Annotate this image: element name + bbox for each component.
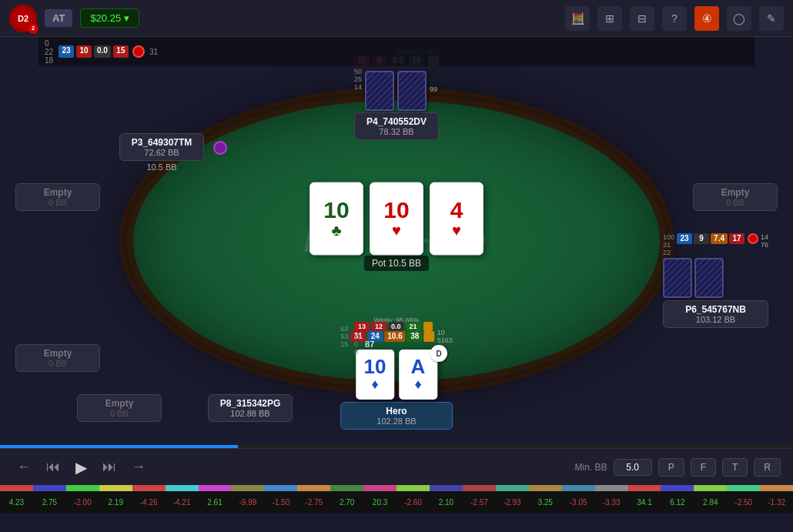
table-area: 0 22 18 23 10 0.0 15 31 DRIVEHUD 10 ♣ [0,37,793,445]
chip-strip-segment [132,485,166,491]
top-hud-cells: 23 10 0.0 15 [59,45,145,58]
hud-cell-10: 10 [76,45,92,58]
p4-card-1 [365,71,394,111]
chip-strip [0,485,793,491]
p4-nums-left: 502514 [354,68,362,111]
p4-player-box: P4_740552DV 78.32 BB [354,112,439,140]
chip-strip-segment [0,485,33,491]
street-t-button[interactable]: T [722,458,748,477]
p4-card-2 [397,71,427,111]
play-button[interactable]: ▶ [71,455,92,480]
prev-start-button[interactable]: ⏮ [42,456,65,478]
p6-bet-row: 13 12 0.0 21 [354,322,433,331]
bottom-number-cell: -3.05 [562,497,595,508]
p6-cards-box [663,258,768,298]
street-p-button[interactable]: P [658,458,684,477]
chip-strip-segment [297,485,330,491]
p6-stack: 103.12 BB [670,315,761,324]
numbers-row: 4.232.75-2.002.19-4.26-4.212.61-9.99-1.5… [0,491,793,513]
p6-bet-area: 13 12 0.0 21 2500 87 [354,322,433,356]
empty-box-bottom: Empty 0 BB [77,394,162,422]
next-arrow-button[interactable]: → [127,456,150,478]
p4-num-right: 99 [430,68,437,111]
min-bb-input[interactable] [614,459,652,476]
bottom-number-cell: 20.3 [363,497,396,508]
chip-strip-segment [529,485,562,491]
chip-strip-segment [595,485,628,491]
bottom-number-cell: -2.50 [727,497,760,508]
chip-strip-segment [727,485,760,491]
chip-strip-segment [628,485,661,491]
hud-cell-23: 23 [59,45,74,58]
p6-nums-right: 1476 [761,233,768,256]
bottom-number-cell: 6.12 [661,497,694,508]
hero-card-10: 10 ♦ [356,350,394,400]
bottom-number-cell: -2.57 [463,497,496,508]
four-icon-btn[interactable]: ④ [694,6,719,31]
dropdown-arrow: ▾ [124,12,129,24]
chip-strip-segment [199,485,232,491]
bottom-number-cell: 2.61 [199,497,232,508]
seat-p6: 1003122 23 9 7.4 17 1476 [663,233,768,328]
prev-arrow-button[interactable]: ← [12,456,35,478]
bottom-number-cell: -1.50 [264,497,297,508]
min-bb-label: Min. BB [575,462,607,473]
p4-stack: 78.32 BB [361,127,432,136]
p6-hud-17: 17 [729,233,744,244]
p6-bet-nums: 2500 87 [354,333,433,356]
p6-nums-left: 1003122 [663,233,674,256]
player-label: AT [45,9,72,27]
table-icon-btn[interactable]: ⊟ [630,6,654,31]
street-f-button[interactable]: F [691,458,716,477]
hero-nums-left: 635315 [340,325,348,348]
help-icon-btn[interactable]: ? [662,6,687,31]
empty-stack-bl: 0 BB [22,359,93,368]
p6-hud-23: 23 [677,233,692,244]
p3-stack: 72.62 BB [126,148,197,157]
bottom-number-cell: 34.1 [628,497,661,508]
p3-chip-purple [213,141,227,155]
grid-icon-btn[interactable]: ⊞ [597,6,622,31]
hud-red-circle [132,45,145,58]
bottom-number-cell: -3.33 [595,497,628,508]
flop-card-3: 4 ♥ [430,182,483,255]
empty-stack-bot: 0 BB [84,409,155,418]
street-r-button[interactable]: R [754,458,781,477]
p8-stack: 102.88 BB [215,409,286,418]
seat-p3: P3_649307TM 72.62 BB 10.5 BB [119,133,204,172]
p6-hud-circle [748,233,758,244]
progress-bar-container [0,445,793,448]
bottom-number-cell: -2.00 [66,497,99,508]
balance-button[interactable]: $20.25 ▾ [80,8,139,28]
chip-strip-segment [760,485,793,491]
top-bar: D2 2 AT $20.25 ▾ 🧮 ⊞ ⊟ ? ④ ◯ ✎ [0,0,793,37]
stat-left-nums: 0 22 18 [45,39,54,65]
edit-icon-btn[interactable]: ✎ [759,6,784,31]
hud-cell-00: 0.0 [94,45,111,58]
chat-icon-btn[interactable]: ◯ [727,6,751,31]
empty-box-top-left: Empty 0 BB [15,183,100,211]
p6-hud-cells: 23 9 7.4 17 [677,233,758,256]
logo-badge: 2 [28,23,38,34]
calculator-icon-btn[interactable]: 🧮 [565,6,590,31]
bottom-number-cell: -4.21 [166,497,199,508]
chip-strip-segment [264,485,297,491]
bottom-number-cell: 4.23 [0,497,33,508]
hero-stack: 102.28 BB [347,417,446,426]
empty-stack-tl: 0 BB [22,198,93,207]
p8-name: P8_315342PG [215,398,286,409]
bottom-number-cell: -2.60 [396,497,430,508]
p6-hud-row1: 23 9 7.4 17 [677,233,758,244]
hud-cell-15: 15 [113,45,129,58]
chip-strip-segment [661,485,694,491]
p6-hud-74: 7.4 [711,233,728,244]
p6-hud-row: 1003122 23 9 7.4 17 1476 [663,233,768,256]
chip-strip-segment [496,485,529,491]
bottom-number-cell: -1.32 [760,497,793,508]
hero-nums-right: 105163 [437,329,453,344]
next-end-button[interactable]: ⏭ [98,456,121,478]
stat-right-num: 31 [149,48,162,56]
chip-strip-segment [430,485,463,491]
bottom-number-cell: -4.26 [132,497,166,508]
p3-hud-label: 10.5 BB [119,162,204,172]
